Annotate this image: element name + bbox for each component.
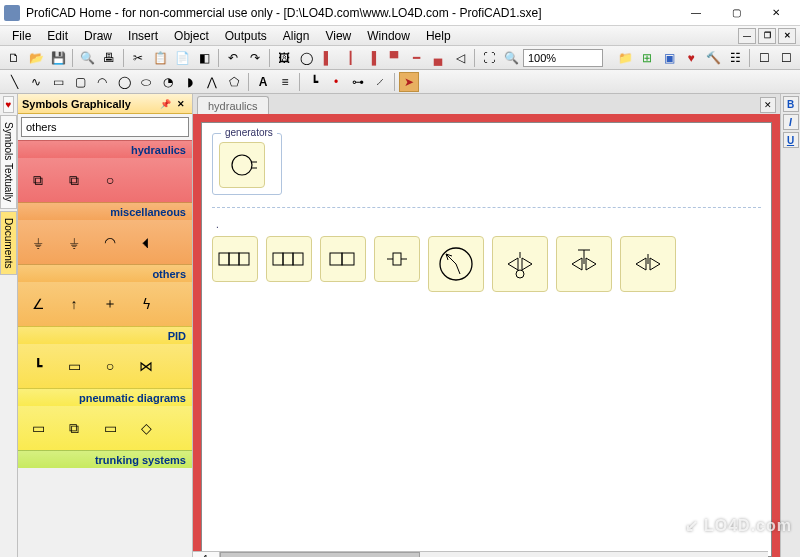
minimize-button[interactable]: —: [676, 2, 716, 24]
zoom-icon[interactable]: 🔍: [501, 48, 521, 68]
menu-draw[interactable]: Draw: [76, 27, 120, 45]
valve-symbol-3[interactable]: [320, 236, 366, 282]
others-sym-4[interactable]: ϟ: [132, 290, 160, 318]
category-trunking[interactable]: trunking systems: [18, 450, 192, 468]
undo-icon[interactable]: ↶: [223, 48, 243, 68]
toggle-a-icon[interactable]: ☐: [754, 48, 774, 68]
valve-symbol-2[interactable]: [266, 236, 312, 282]
category-combo[interactable]: [21, 117, 189, 137]
text-block-icon[interactable]: ≡: [275, 72, 295, 92]
italic-button[interactable]: I: [783, 114, 799, 130]
menu-window[interactable]: Window: [359, 27, 418, 45]
underline-button[interactable]: U: [783, 132, 799, 148]
misc-sym-2[interactable]: ⏚: [60, 228, 88, 256]
valve-symbol-4[interactable]: [374, 236, 420, 282]
align-center-h-icon[interactable]: ┃: [340, 48, 360, 68]
open-icon[interactable]: 📂: [26, 48, 46, 68]
polyline-icon[interactable]: ⋀: [202, 72, 222, 92]
pneu-sym-1[interactable]: ▭: [24, 414, 52, 442]
cut-icon[interactable]: ✂: [128, 48, 148, 68]
menu-align[interactable]: Align: [275, 27, 318, 45]
generator-symbol[interactable]: [219, 142, 265, 188]
folder-icon[interactable]: 📁: [615, 48, 635, 68]
layers-icon[interactable]: ▣: [659, 48, 679, 68]
gauge-symbol[interactable]: [428, 236, 484, 292]
pid-sym-4[interactable]: ⋈: [132, 352, 160, 380]
chord-icon[interactable]: ◗: [180, 72, 200, 92]
drawing-canvas[interactable]: generators .: [201, 122, 772, 557]
documents-tab[interactable]: Documents: [0, 211, 17, 276]
panel-close-icon[interactable]: ✕: [174, 97, 188, 111]
menu-insert[interactable]: Insert: [120, 27, 166, 45]
hscrollbar[interactable]: [220, 552, 768, 557]
favorites-tab[interactable]: ♥: [3, 96, 15, 113]
pneu-sym-4[interactable]: ◇: [132, 414, 160, 442]
text-icon[interactable]: A: [253, 72, 273, 92]
rounded-rect-icon[interactable]: ▢: [70, 72, 90, 92]
menu-help[interactable]: Help: [418, 27, 459, 45]
mdi-restore-button[interactable]: ❐: [758, 28, 776, 44]
bold-button[interactable]: B: [783, 96, 799, 112]
others-sym-2[interactable]: ↑: [60, 290, 88, 318]
mdi-close-button[interactable]: ✕: [778, 28, 796, 44]
others-sym-1[interactable]: ∠: [24, 290, 52, 318]
pneu-sym-2[interactable]: ⧉: [60, 414, 88, 442]
copy-icon[interactable]: 📋: [150, 48, 170, 68]
pid-sym-1[interactable]: ┗: [24, 352, 52, 380]
link-icon[interactable]: ⟋: [370, 72, 390, 92]
pointer-icon[interactable]: ➤: [399, 72, 419, 92]
hydraulics-sym-1[interactable]: ⧉: [24, 166, 52, 194]
category-others[interactable]: others ∠ ↑ ＋ ϟ: [18, 264, 192, 326]
toggle-b-icon[interactable]: ☐: [776, 48, 796, 68]
others-sym-3[interactable]: ＋: [96, 290, 124, 318]
hammer-icon[interactable]: 🔨: [703, 48, 723, 68]
valve-symbol-5[interactable]: [492, 236, 548, 292]
hydraulics-sym-2[interactable]: ⧉: [60, 166, 88, 194]
align-top-icon[interactable]: ▀: [384, 48, 404, 68]
wire-icon[interactable]: ┗: [304, 72, 324, 92]
redo-icon[interactable]: ↷: [245, 48, 265, 68]
ellipse-icon[interactable]: ◯: [296, 48, 316, 68]
misc-sym-1[interactable]: ⏚: [24, 228, 52, 256]
category-pneumatic[interactable]: pneumatic diagrams ▭ ⧉ ▭ ◇: [18, 388, 192, 450]
polygon-icon[interactable]: ⬠: [224, 72, 244, 92]
menu-outputs[interactable]: Outputs: [217, 27, 275, 45]
symbols-textually-tab[interactable]: Symbols Textually: [0, 115, 17, 209]
print-icon[interactable]: 🖶: [99, 48, 119, 68]
image-icon[interactable]: 🖼: [274, 48, 294, 68]
junction-icon[interactable]: •: [326, 72, 346, 92]
save-icon[interactable]: 💾: [48, 48, 68, 68]
hydraulics-sym-3[interactable]: ○: [96, 166, 124, 194]
pid-sym-3[interactable]: ○: [96, 352, 124, 380]
valve-symbol-7[interactable]: [620, 236, 676, 292]
zoom-combo[interactable]: [523, 49, 603, 67]
circle-icon[interactable]: ◯: [114, 72, 134, 92]
flip-h-icon[interactable]: ◁: [450, 48, 470, 68]
align-left-icon[interactable]: ▌: [318, 48, 338, 68]
close-button[interactable]: ✕: [756, 2, 796, 24]
misc-sym-4[interactable]: ⏴: [132, 228, 160, 256]
print-preview-icon[interactable]: 🔍: [77, 48, 97, 68]
sheet-tab[interactable]: 1: [193, 552, 220, 557]
zoom-fit-icon[interactable]: ⛶: [479, 48, 499, 68]
connection-icon[interactable]: ⊶: [348, 72, 368, 92]
arc-icon[interactable]: ◠: [92, 72, 112, 92]
line-icon[interactable]: ╲: [4, 72, 24, 92]
new-icon[interactable]: 🗋: [4, 48, 24, 68]
curve-icon[interactable]: ∿: [26, 72, 46, 92]
pie-icon[interactable]: ◔: [158, 72, 178, 92]
heart-icon[interactable]: ♥: [681, 48, 701, 68]
valve-symbol-1[interactable]: [212, 236, 258, 282]
misc-sym-3[interactable]: ◠: [96, 228, 124, 256]
menu-view[interactable]: View: [317, 27, 359, 45]
category-miscellaneous[interactable]: miscellaneous ⏚ ⏚ ◠ ⏴: [18, 202, 192, 264]
rect-icon[interactable]: ▭: [48, 72, 68, 92]
valve-symbol-6[interactable]: [556, 236, 612, 292]
menu-file[interactable]: File: [4, 27, 39, 45]
mdi-minimize-button[interactable]: —: [738, 28, 756, 44]
menu-object[interactable]: Object: [166, 27, 217, 45]
document-close-icon[interactable]: ✕: [760, 97, 776, 113]
tree-icon[interactable]: ⊞: [637, 48, 657, 68]
align-bottom-icon[interactable]: ▄: [428, 48, 448, 68]
align-center-v-icon[interactable]: ━: [406, 48, 426, 68]
